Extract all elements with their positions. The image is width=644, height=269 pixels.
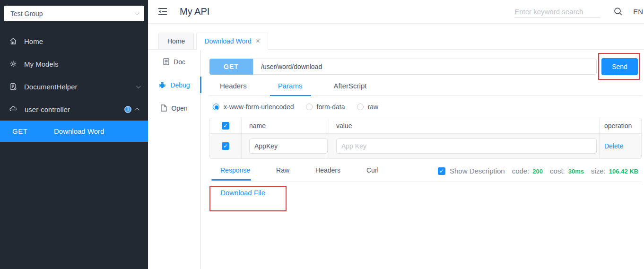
tab-afterscript[interactable]: AfterScript <box>333 82 366 95</box>
sidebar-item-my-models[interactable]: My Models <box>0 52 148 75</box>
bug-icon <box>158 81 166 88</box>
group-select[interactable]: Test Group <box>4 6 144 21</box>
param-row: ✓ Delete <box>210 134 641 158</box>
column-header-name: name <box>242 118 329 133</box>
tab-label: Home <box>167 37 185 45</box>
home-icon <box>9 37 17 45</box>
param-name-input[interactable] <box>249 139 328 154</box>
select-all-checkbox[interactable]: ✓ <box>222 122 229 130</box>
radio-label[interactable]: form-data <box>317 103 345 111</box>
page-title: My API <box>180 6 209 17</box>
cost-value: 30ms <box>568 168 584 175</box>
sidebar-menu: Home My Models DocumentHelper <box>0 30 148 121</box>
debug-panel: GET Send Headers Params AfterScript <box>209 50 642 269</box>
nav-item-doc[interactable]: Doc <box>148 50 200 73</box>
app-window: Test Group Home My Models DocumentHe <box>0 0 644 269</box>
download-file-link[interactable]: Download File <box>220 189 265 197</box>
sidebar: Test Group Home My Models DocumentHe <box>0 0 148 269</box>
body-type-radios: x-www-form-urlencoded form-data raw <box>209 100 642 113</box>
sidebar-item-home[interactable]: Home <box>0 30 148 52</box>
models-icon <box>9 60 17 68</box>
document-gear-icon <box>9 83 17 90</box>
radio-form-data[interactable] <box>306 104 313 110</box>
group-select-value: Test Group <box>10 10 43 17</box>
show-description-label: Show Description <box>450 167 505 175</box>
nav-item-label: Open <box>171 104 187 112</box>
url-input[interactable] <box>253 59 597 75</box>
top-header: My API EN <box>148 0 644 24</box>
tab-curl[interactable]: Curl <box>366 166 379 180</box>
chevron-down-icon <box>135 10 139 15</box>
show-description-checkbox[interactable]: ✓ <box>438 167 445 175</box>
tab-raw[interactable]: Raw <box>276 166 289 180</box>
operation-method: GET <box>12 127 41 135</box>
sidebar-item-label: My Models <box>24 60 59 68</box>
code-value: 200 <box>532 168 543 175</box>
tab-home[interactable]: Home <box>158 33 194 50</box>
nav-item-label: Doc <box>174 58 185 66</box>
radio-x-www-form-urlencoded[interactable] <box>213 104 219 110</box>
row-checkbox[interactable]: ✓ <box>222 142 229 150</box>
check-icon: ✓ <box>439 168 444 174</box>
response-body: Download File <box>209 182 642 239</box>
sidebar-item-label: Home <box>24 37 43 45</box>
document-tabbar: Home Download Word × <box>148 24 644 50</box>
chevron-up-icon[interactable] <box>135 107 139 112</box>
check-icon: ✓ <box>223 143 228 149</box>
tab-download-word[interactable]: Download Word × <box>196 33 268 50</box>
radio-label[interactable]: x-www-form-urlencoded <box>224 103 294 111</box>
tab-headers[interactable]: Headers <box>220 82 247 95</box>
tab-resp-headers[interactable]: Headers <box>315 166 340 180</box>
language-switch[interactable]: EN <box>633 8 643 16</box>
params-table-header: ✓ name value operation <box>210 118 641 134</box>
collapse-menu-icon[interactable] <box>158 8 167 16</box>
nav-item-label: Debug <box>170 81 190 89</box>
nav-item-open[interactable]: Open <box>148 96 200 120</box>
chevron-down-icon[interactable] <box>136 84 141 88</box>
file-icon <box>161 104 167 112</box>
sidebar-item-user-controller[interactable]: user-controller 1 <box>0 98 148 121</box>
response-tabs-row: Response Raw Headers Curl ✓ Show Descrip… <box>209 166 642 182</box>
send-button[interactable]: Send <box>601 58 638 75</box>
tab-response[interactable]: Response <box>220 166 250 180</box>
code-label: code: <box>512 167 530 175</box>
size-value: 106.42 KB <box>609 168 638 175</box>
search-input[interactable] <box>514 5 600 18</box>
sidebar-operation-download-word[interactable]: GET Download Word <box>0 121 148 142</box>
params-table: ✓ name value operation ✓ <box>209 118 642 159</box>
sidebar-item-label: DocumentHelper <box>24 83 78 91</box>
nav-item-debug[interactable]: Debug <box>148 73 200 96</box>
controller-cloud-icon <box>9 105 17 113</box>
cost-label: cost: <box>550 167 565 175</box>
request-bar: GET Send <box>209 58 642 75</box>
request-tabs: Headers Params AfterScript <box>209 82 642 96</box>
delete-param-link[interactable]: Delete <box>604 142 623 150</box>
mode-nav: Doc Debug Open <box>148 50 201 269</box>
search-icon[interactable] <box>614 7 623 16</box>
sidebar-item-document-helper[interactable]: DocumentHelper <box>0 75 148 98</box>
count-badge: 1 <box>124 106 131 113</box>
method-chip[interactable]: GET <box>209 59 253 75</box>
tab-label: Download Word <box>204 37 251 45</box>
main-area: My API EN Home Download Word × <box>148 0 644 269</box>
content-area: Doc Debug Open <box>148 50 644 269</box>
column-header-operation: operation <box>600 118 641 133</box>
radio-raw[interactable] <box>357 104 364 110</box>
active-indicator <box>200 77 201 93</box>
param-value-input[interactable] <box>336 139 597 154</box>
check-icon: ✓ <box>223 122 228 129</box>
column-header-value: value <box>329 118 600 133</box>
doc-icon <box>163 58 169 65</box>
radio-label[interactable]: raw <box>368 103 379 111</box>
tab-params[interactable]: Params <box>278 82 303 95</box>
close-icon[interactable]: × <box>256 37 260 45</box>
sidebar-item-label: user-controller <box>25 105 70 113</box>
size-label: size: <box>591 167 606 175</box>
operation-label: Download Word <box>54 127 104 135</box>
